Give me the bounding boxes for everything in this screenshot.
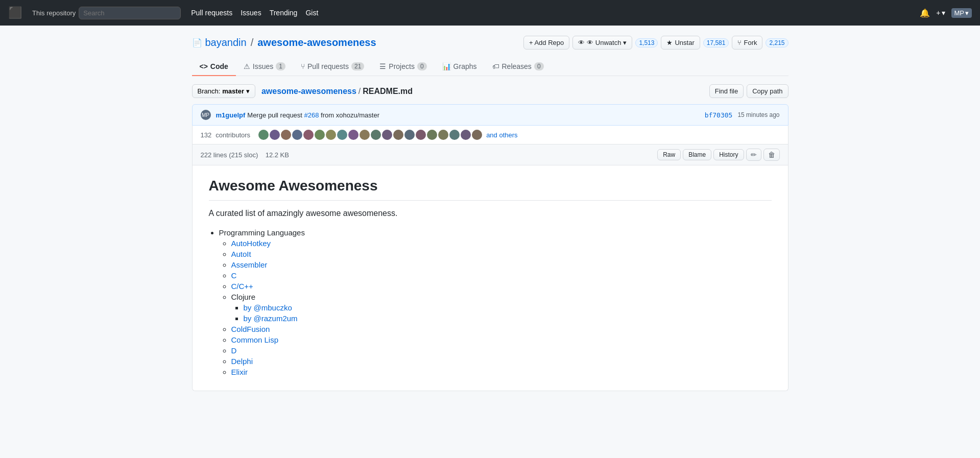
history-button[interactable]: History xyxy=(713,149,744,160)
repo-separator: / xyxy=(251,37,254,49)
releases-count-badge: 0 xyxy=(534,62,544,70)
readme-title: Awesome Awesomeness xyxy=(209,178,772,201)
pr-icon: ⑂ xyxy=(301,62,305,70)
projects-count-badge: 0 xyxy=(417,62,427,70)
readme-link[interactable]: Elixir xyxy=(231,368,248,376)
file-view: 222 lines (215 sloc) 12.2 KB Raw Blame H… xyxy=(192,144,788,391)
contributors-more-link[interactable]: and others xyxy=(486,131,517,139)
branch-chevron-icon: ▾ xyxy=(246,87,250,95)
unwatch-button[interactable]: 👁 👁 Unwatch ▾ xyxy=(572,36,632,50)
contributor-avatar[interactable] xyxy=(416,130,426,140)
navbar: ⬛ This repository Pull requests Issues T… xyxy=(0,0,980,26)
branch-selector[interactable]: Branch: master ▾ xyxy=(192,84,255,98)
tab-issues[interactable]: ⚠ Issues 1 xyxy=(236,58,293,76)
search-scope-container: This repository xyxy=(32,7,181,19)
readme-description: A curated list of amazingly awesome awes… xyxy=(209,209,772,218)
commit-pr-link[interactable]: #268 xyxy=(304,111,319,119)
eye-icon: 👁 xyxy=(578,39,585,46)
add-chevron-icon: ▾ xyxy=(942,9,945,17)
sub-sublist: by @mbuczko by @razum2um xyxy=(231,303,772,323)
notification-bell-icon[interactable]: 🔔 xyxy=(920,8,930,18)
add-repo-button[interactable]: + Add Repo xyxy=(523,36,569,50)
contributor-avatar[interactable] xyxy=(393,130,403,140)
contributor-avatar[interactable] xyxy=(270,130,280,140)
file-path-actions: Find file Copy path xyxy=(709,84,788,98)
commit-author-link[interactable]: m1guelpf xyxy=(216,111,246,119)
repo-owner-link[interactable]: bayandin xyxy=(205,37,247,49)
navbar-issues[interactable]: Issues xyxy=(241,9,261,17)
contributor-avatar[interactable] xyxy=(258,130,269,140)
projects-icon: ☰ xyxy=(379,62,386,70)
blame-button[interactable]: Blame xyxy=(683,149,711,160)
contributor-avatar[interactable] xyxy=(382,130,392,140)
contributor-avatar[interactable] xyxy=(360,130,370,140)
fork-icon: ⑂ xyxy=(737,39,742,46)
readme-link[interactable]: by @mbuczko xyxy=(244,303,292,312)
avatar-label: MP xyxy=(954,9,965,17)
tab-code[interactable]: <> Code xyxy=(192,58,236,76)
readme-link[interactable]: Common Lisp xyxy=(231,335,279,344)
repo-header: 📄 bayandin / awesome-awesomeness + Add R… xyxy=(192,36,788,50)
repo-actions: + Add Repo 👁 👁 Unwatch ▾ 1,513 ★ Unstar … xyxy=(523,36,788,50)
contributors-count: 132 xyxy=(201,131,212,139)
contributor-avatar[interactable] xyxy=(348,130,358,140)
raw-button[interactable]: Raw xyxy=(657,149,681,160)
contributor-avatar[interactable] xyxy=(326,130,336,140)
delete-file-button[interactable]: 🗑 xyxy=(763,149,780,161)
readme-link[interactable]: Assembler xyxy=(231,260,268,269)
tab-graphs[interactable]: 📊 Graphs xyxy=(435,58,485,76)
search-input[interactable] xyxy=(79,7,181,19)
breadcrumb-repo-link[interactable]: awesome-awesomeness xyxy=(261,87,356,96)
unstar-button[interactable]: ★ Unstar xyxy=(661,36,700,50)
contributor-avatar[interactable] xyxy=(472,130,482,140)
tab-pull-requests[interactable]: ⑂ Pull requests 21 xyxy=(293,58,372,76)
readme-link[interactable]: Delphi xyxy=(231,357,253,366)
contributor-avatar[interactable] xyxy=(438,130,448,140)
readme-link[interactable]: C/C++ xyxy=(231,282,253,291)
contributor-avatar[interactable] xyxy=(337,130,347,140)
github-logo-icon[interactable]: ⬛ xyxy=(8,6,22,19)
navbar-pull-requests[interactable]: Pull requests xyxy=(191,9,232,17)
fork-button[interactable]: ⑂ Fork xyxy=(732,36,762,50)
edit-file-button[interactable]: ✏ xyxy=(746,149,761,161)
issues-icon: ⚠ xyxy=(244,62,250,70)
list-item: Assembler xyxy=(231,260,772,269)
navbar-gist[interactable]: Gist xyxy=(305,9,318,17)
contributor-avatar[interactable] xyxy=(281,130,291,140)
commit-time: 15 minutes ago xyxy=(737,111,779,118)
contributor-avatar[interactable] xyxy=(315,130,325,140)
find-file-button[interactable]: Find file xyxy=(709,84,744,98)
file-path-bar: Branch: master ▾ awesome-awesomeness / R… xyxy=(192,84,788,98)
add-button[interactable]: + ▾ xyxy=(936,9,945,17)
pencil-icon: ✏ xyxy=(751,151,757,159)
contributor-avatar[interactable] xyxy=(371,130,381,140)
contributor-avatar[interactable] xyxy=(404,130,415,140)
readme-link[interactable]: ColdFusion xyxy=(231,325,270,333)
readme-link[interactable]: AutoHotkey xyxy=(231,239,271,248)
navbar-trending[interactable]: Trending xyxy=(270,9,298,17)
readme-content: Awesome Awesomeness A curated list of am… xyxy=(193,165,788,391)
avatar-chevron-icon: ▾ xyxy=(965,9,969,17)
readme-link[interactable]: by @razum2um xyxy=(244,314,298,323)
contributor-avatar[interactable] xyxy=(303,130,314,140)
contributor-avatar[interactable] xyxy=(292,130,302,140)
contributor-avatar[interactable] xyxy=(461,130,471,140)
user-avatar-button[interactable]: MP ▾ xyxy=(951,8,972,18)
tab-releases[interactable]: 🏷 Releases 0 xyxy=(485,58,552,76)
readme-link[interactable]: C xyxy=(231,271,237,280)
star-count: 17,581 xyxy=(703,38,729,47)
file-actions: Raw Blame History ✏ 🗑 xyxy=(657,149,779,161)
contributor-avatar[interactable] xyxy=(427,130,437,140)
readme-link[interactable]: AutoIt xyxy=(231,250,251,258)
list-item: ColdFusion xyxy=(231,325,772,333)
contributors-bar: 132 contributors and others xyxy=(192,126,788,144)
repo-name-link[interactable]: awesome-awesomeness xyxy=(257,37,376,49)
commit-hash-link[interactable]: bf70305 xyxy=(705,111,733,119)
tab-projects[interactable]: ☰ Projects 0 xyxy=(372,58,434,76)
list-item: by @mbuczko xyxy=(244,303,772,312)
list-item: by @razum2um xyxy=(244,314,772,323)
contributor-avatar[interactable] xyxy=(449,130,460,140)
copy-path-button[interactable]: Copy path xyxy=(747,84,788,98)
repo-file-icon: 📄 xyxy=(192,38,202,47)
readme-link[interactable]: D xyxy=(231,346,237,355)
